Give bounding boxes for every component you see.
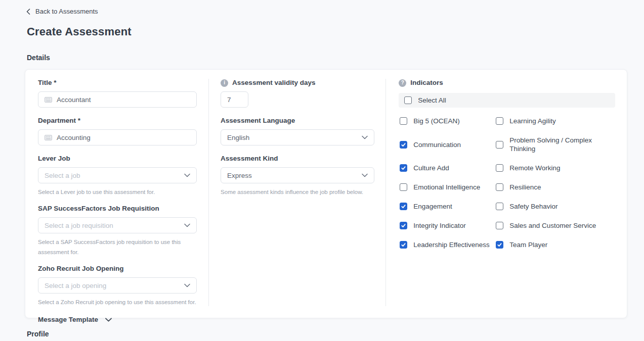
- indicator-item[interactable]: Sales and Customer Service: [496, 221, 615, 230]
- checkbox-unchecked[interactable]: [400, 183, 407, 191]
- indicator-item[interactable]: Communication: [400, 136, 496, 153]
- sap-requisition-label: SAP SuccessFactors Job Requisition: [38, 204, 197, 213]
- chevron-down-icon: [362, 135, 368, 139]
- lever-job-helper: Select a Lever job to use this assessmen…: [38, 187, 197, 197]
- question-icon: ?: [399, 79, 406, 87]
- language-label: Assessment Language: [221, 116, 374, 125]
- checkbox-unchecked[interactable]: [496, 164, 503, 172]
- kind-label: Assessment Kind: [221, 154, 374, 163]
- chevron-left-icon: [26, 9, 30, 15]
- zoho-opening-select[interactable]: Select a job opening: [38, 277, 197, 294]
- page-title: Create Assessment: [27, 25, 132, 38]
- indicators-header: ? Indicators: [399, 78, 615, 87]
- checkbox-unchecked[interactable]: [496, 203, 503, 210]
- message-template-toggle[interactable]: Message Template: [38, 316, 197, 323]
- indicator-label: Problem Solving / Complex Thinking: [509, 136, 615, 153]
- indicator-item[interactable]: Leadership Effectiveness: [400, 240, 496, 249]
- indicator-label: Safety Behavior: [509, 202, 557, 211]
- validity-days-value: 7: [227, 96, 231, 104]
- checkbox-checked[interactable]: [496, 241, 503, 249]
- indicator-item[interactable]: Problem Solving / Complex Thinking: [496, 136, 615, 153]
- title-label: Title *: [38, 78, 197, 87]
- indicator-label: Culture Add: [413, 164, 449, 172]
- details-card: Title * Accountant Department * Accounti…: [25, 69, 627, 318]
- select-all-checkbox[interactable]: [404, 96, 412, 104]
- indicators-column: ? Indicators Select All Big 5 (OCEAN)Lea…: [399, 78, 615, 318]
- zoho-opening-field-group: Zoho Recruit Job Opening Select a job op…: [38, 264, 197, 306]
- indicator-item[interactable]: Resilience: [496, 183, 615, 191]
- kind-helper: Some assessment kinds influence the job …: [221, 187, 374, 197]
- details-left-column: Title * Accountant Department * Accounti…: [38, 78, 197, 318]
- create-assessment-page: Back to Assessments Create Assessment De…: [0, 0, 644, 341]
- column-divider: [208, 79, 209, 306]
- kind-field-group: Assessment Kind Express Some assessment …: [221, 154, 374, 196]
- checkbox-unchecked[interactable]: [496, 183, 503, 191]
- language-select[interactable]: English: [221, 129, 374, 145]
- checkbox-unchecked[interactable]: [496, 222, 503, 229]
- language-field-group: Assessment Language English: [221, 116, 374, 145]
- lever-job-select[interactable]: Select a job: [38, 167, 197, 183]
- zoho-opening-helper: Select a Zoho Recruit job opening to use…: [38, 297, 197, 307]
- indicator-label: Communication: [413, 140, 461, 149]
- chevron-down-icon: [105, 318, 112, 322]
- checkbox-unchecked[interactable]: [400, 117, 407, 125]
- sap-requisition-helper: Select a SAP SuccessFactors job requisit…: [38, 237, 197, 257]
- checkbox-checked[interactable]: [400, 203, 407, 210]
- keyboard-icon: [45, 135, 52, 140]
- title-value: Accountant: [57, 96, 91, 104]
- validity-days-label-text: Assessment validity days: [232, 78, 315, 87]
- indicator-item[interactable]: Emotional Intelligence: [400, 183, 496, 191]
- language-value: English: [227, 134, 249, 141]
- indicator-item[interactable]: Remote Working: [496, 164, 615, 172]
- title-input[interactable]: Accountant: [38, 91, 197, 108]
- checkbox-unchecked[interactable]: [496, 117, 503, 125]
- department-value: Accounting: [57, 134, 91, 141]
- back-link[interactable]: Back to Assessments: [26, 8, 98, 15]
- select-all-label: Select All: [418, 96, 446, 105]
- column-divider: [385, 79, 386, 306]
- indicator-label: Leadership Effectiveness: [413, 240, 490, 249]
- validity-days-input[interactable]: 7: [221, 91, 248, 108]
- indicator-item[interactable]: Learning Agility: [496, 117, 615, 125]
- indicator-item[interactable]: Engagement: [400, 202, 496, 211]
- zoho-opening-label: Zoho Recruit Job Opening: [38, 264, 197, 273]
- indicators-grid: Big 5 (OCEAN)Learning AgilityCommunicati…: [400, 117, 615, 249]
- indicator-item[interactable]: Big 5 (OCEAN): [400, 117, 496, 125]
- details-section-label: Details: [27, 54, 50, 62]
- kind-value: Express: [227, 172, 252, 179]
- indicator-item[interactable]: Team Player: [496, 240, 615, 249]
- keyboard-icon: [45, 97, 52, 103]
- sap-requisition-field-group: SAP SuccessFactors Job Requisition Selec…: [38, 204, 197, 256]
- indicator-item[interactable]: Integrity Indicator: [400, 221, 496, 230]
- validity-days-label: i Assessment validity days: [221, 78, 374, 87]
- select-all-row[interactable]: Select All: [399, 93, 615, 108]
- kind-select[interactable]: Express: [221, 167, 374, 183]
- indicator-item[interactable]: Culture Add: [400, 164, 496, 172]
- indicators-label: Indicators: [410, 78, 443, 87]
- indicator-label: Engagement: [413, 202, 452, 211]
- details-middle-column: i Assessment validity days 7 Assessment …: [221, 78, 374, 318]
- department-input[interactable]: Accounting: [38, 129, 197, 145]
- chevron-down-icon: [184, 223, 190, 227]
- department-label: Department *: [38, 116, 197, 125]
- chevron-down-icon: [362, 173, 368, 177]
- sap-requisition-select[interactable]: Select a job requisition: [38, 217, 197, 233]
- indicator-label: Integrity Indicator: [413, 221, 466, 230]
- checkbox-checked[interactable]: [400, 164, 407, 172]
- checkbox-checked[interactable]: [400, 222, 407, 229]
- checkbox-checked[interactable]: [400, 241, 407, 249]
- zoho-opening-placeholder: Select a job opening: [45, 282, 106, 289]
- checkbox-checked[interactable]: [400, 141, 407, 149]
- indicator-item[interactable]: Safety Behavior: [496, 202, 615, 211]
- lever-job-field-group: Lever Job Select a job Select a Lever jo…: [38, 154, 197, 196]
- message-template-label: Message Template: [38, 316, 98, 323]
- title-field-group: Title * Accountant: [38, 78, 197, 108]
- checkbox-unchecked[interactable]: [496, 141, 503, 149]
- chevron-down-icon: [184, 173, 190, 177]
- indicator-label: Remote Working: [509, 164, 560, 172]
- validity-days-field-group: i Assessment validity days 7: [221, 78, 374, 108]
- department-field-group: Department * Accounting: [38, 116, 197, 145]
- indicator-label: Emotional Intelligence: [413, 183, 480, 191]
- sap-requisition-placeholder: Select a job requisition: [45, 222, 113, 229]
- profile-section-label: Profile: [27, 330, 49, 338]
